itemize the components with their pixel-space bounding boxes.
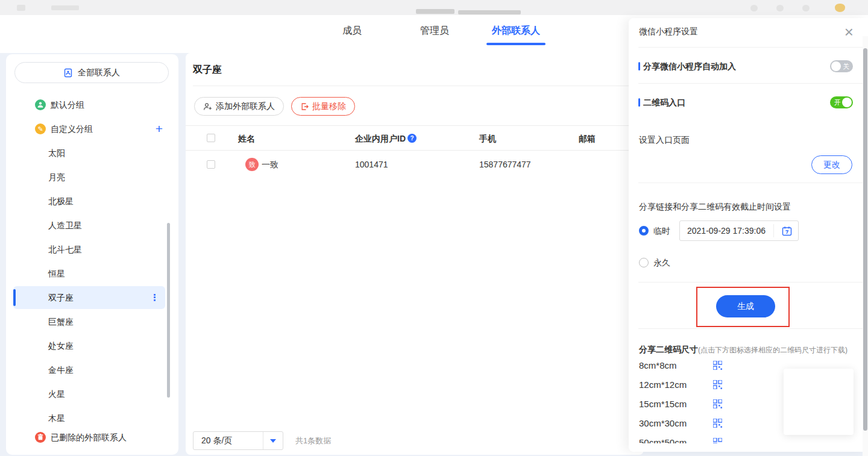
- sidebar-item-default-group[interactable]: 默认分组: [6, 93, 178, 117]
- qr-size-label: 8cm*8cm: [639, 356, 677, 375]
- change-button[interactable]: 更改: [811, 155, 852, 174]
- qr-size-hint: (点击下方图标选择相应的二维码尺寸进行下载): [698, 346, 848, 354]
- person-plus-icon: [203, 102, 212, 111]
- table-row[interactable]: 致 一致 1001471 15877677477: [186, 151, 644, 178]
- row-checkbox[interactable]: [207, 160, 215, 169]
- question-circle-icon[interactable]: ?: [407, 134, 417, 143]
- main-panel: 双子座 添加外部联系人 批量移除 姓名 企业内用户ID ? 手机 邮箱: [186, 53, 644, 455]
- column-header-name: 姓名: [238, 126, 255, 151]
- toggle-state-label: 关: [843, 60, 849, 72]
- sidebar-item-selected[interactable]: 双子座 ⋮: [13, 286, 165, 309]
- close-icon[interactable]: ×: [844, 23, 854, 41]
- qr-code-icon[interactable]: [713, 438, 722, 443]
- column-header-userid: 企业内用户ID: [355, 126, 406, 151]
- sidebar-item-label: 已删除的外部联系人: [51, 426, 127, 448]
- sidebar-item[interactable]: 恒星: [6, 261, 178, 286]
- tab-external-contacts[interactable]: 外部联系人: [492, 19, 540, 43]
- auto-join-toggle[interactable]: 关: [830, 60, 853, 72]
- sidebar-item-label: 双子座: [48, 293, 74, 302]
- qr-size-label: 50cm*50cm: [639, 433, 687, 443]
- drawer-body: 微信小程序设置 × 分享微信小程序自动加入 关 二维码入口 开 设置入口页面 更…: [629, 18, 868, 443]
- add-group-icon[interactable]: +: [156, 122, 163, 136]
- page-scrollbar-thumb[interactable]: [863, 48, 867, 431]
- qr-entry-label: 二维码入口: [638, 96, 685, 108]
- select-arrow-segment[interactable]: [263, 432, 283, 449]
- sidebar-item[interactable]: 处女座: [6, 334, 178, 358]
- radio-temporary[interactable]: [639, 226, 649, 236]
- contact-book-icon: [63, 68, 73, 78]
- qr-code-icon[interactable]: [713, 361, 722, 370]
- radio-permanent-label: 永久: [653, 257, 670, 269]
- qr-size-label: 12cm*12cm: [639, 375, 687, 395]
- add-external-contact-button[interactable]: 添加外部联系人: [194, 97, 284, 116]
- chevron-down-icon: [270, 439, 276, 443]
- divider: [638, 328, 864, 329]
- divider: [638, 282, 864, 283]
- browser-topbar: [0, 0, 868, 15]
- sidebar-item-label: 自定义分组: [51, 117, 93, 141]
- mini-program-settings-drawer: 微信小程序设置 × 分享微信小程序自动加入 关 二维码入口 开 设置入口页面 更…: [629, 18, 868, 452]
- page-title: 双子座: [193, 64, 222, 77]
- sidebar-item[interactable]: 北斗七星: [6, 237, 178, 261]
- calendar-icon[interactable]: [782, 226, 792, 236]
- ghost-text: [416, 9, 454, 14]
- expire-datetime-value: 2021-09-29 17:39:06: [687, 221, 766, 240]
- avatar: 致: [245, 158, 259, 171]
- batch-remove-button[interactable]: 批量移除: [291, 97, 355, 116]
- table-header-row: 姓名 企业内用户ID ? 手机 邮箱: [186, 125, 644, 151]
- qr-size-title-text: 分享二维码尺寸: [639, 345, 698, 354]
- person-icon: [35, 99, 46, 110]
- sidebar-item-custom-group[interactable]: ✎ 自定义分组 +: [6, 117, 178, 141]
- selected-indicator: [13, 289, 16, 306]
- input-separator: [773, 224, 774, 237]
- all-contacts-button[interactable]: 全部联系人: [14, 62, 169, 83]
- ghost-icon: [776, 5, 784, 11]
- page-size-select[interactable]: 20 条/页: [193, 431, 283, 450]
- qr-size-label: 15cm*15cm: [639, 395, 687, 414]
- export-icon: [300, 102, 309, 111]
- qr-code-icon[interactable]: [713, 380, 722, 389]
- sidebar-item[interactable]: 人造卫星: [6, 213, 178, 237]
- trash-icon: [35, 432, 46, 443]
- divider: [638, 47, 864, 48]
- qr-code-icon[interactable]: [713, 419, 722, 428]
- qr-entry-toggle[interactable]: 开: [830, 96, 853, 108]
- select-all-checkbox[interactable]: [207, 134, 215, 142]
- total-count-label: 共1条数据: [295, 431, 331, 450]
- sidebar-item-label: 默认分组: [51, 93, 84, 117]
- radio-permanent[interactable]: [639, 258, 649, 267]
- sidebar-item[interactable]: 太阳: [6, 141, 178, 165]
- drawer-title: 微信小程序设置: [639, 27, 698, 37]
- tab-admins[interactable]: 管理员: [420, 19, 449, 43]
- cell-name: 一致: [262, 151, 278, 178]
- sidebar-item[interactable]: 北极星: [6, 189, 178, 213]
- sidebar-item-deleted-contacts[interactable]: 已删除的外部联系人: [6, 426, 178, 448]
- add-external-contact-label: 添加外部联系人: [216, 101, 275, 112]
- divider: [638, 183, 864, 183]
- qr-code-icon[interactable]: [713, 399, 722, 408]
- batch-remove-label: 批量移除: [312, 101, 346, 112]
- sidebar-item[interactable]: 巨蟹座: [6, 310, 178, 334]
- page-size-value: 20 条/页: [201, 432, 232, 449]
- sidebar-scrollbar[interactable]: [167, 223, 170, 398]
- radio-temporary-label: 临时: [653, 225, 670, 237]
- column-header-phone: 手机: [479, 126, 496, 151]
- auto-join-label: 分享微信小程序自动加入: [638, 60, 736, 72]
- pencil-icon: ✎: [35, 123, 46, 134]
- toggle-state-label: 开: [834, 96, 841, 108]
- sidebar: 全部联系人 默认分组 ✎ 自定义分组 + 太阳 月亮 北极星 人造卫星 北斗七星…: [6, 54, 178, 455]
- tab-members[interactable]: 成员: [342, 19, 362, 43]
- sidebar-item[interactable]: 火星: [6, 382, 178, 406]
- expire-datetime-input[interactable]: 2021-09-29 17:39:06: [679, 220, 799, 241]
- empty-popup-box: [784, 369, 854, 435]
- sidebar-item[interactable]: 月亮: [6, 165, 178, 189]
- ghost-icon: [802, 5, 810, 11]
- screen: 成员 管理员 外部联系人 全部联系人 默认分组 ✎ 自定义分组 + 太阳 月亮 …: [0, 0, 868, 456]
- toggle-knob: [842, 98, 852, 107]
- ghost-icon: [750, 5, 758, 11]
- toggle-knob: [831, 61, 841, 71]
- generate-button[interactable]: 生成: [716, 295, 775, 317]
- paw-icon: [835, 4, 845, 12]
- more-options-icon[interactable]: ⋮: [150, 286, 159, 309]
- sidebar-item[interactable]: 金牛座: [6, 358, 178, 382]
